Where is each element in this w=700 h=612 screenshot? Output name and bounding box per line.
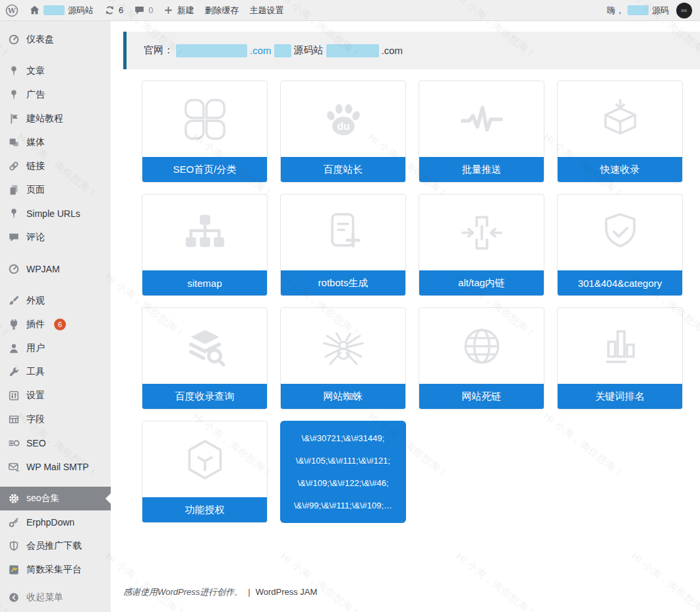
card-label[interactable]: rotbots生成 [281,270,405,295]
comment-icon [8,231,20,243]
card-label[interactable]: 301&404&category [558,270,682,295]
gear-icon [8,493,20,505]
notice-redaction-1 [176,44,247,57]
sidebar-item-collapse-menu[interactable]: 收起菜单 [0,586,111,609]
sidebar-item-pages[interactable]: 页面 [0,178,111,202]
sidebar-item-comments[interactable]: 评论 [0,226,111,249]
pulse-icon [458,96,506,143]
card-quick-indexing[interactable]: 快速收录 [557,80,683,183]
user-avatar: uo [676,3,692,18]
card-baidu-index-query[interactable]: 百度收录查询 [142,307,268,410]
sidebar-item-seo-collection[interactable]: seo合集 [0,487,111,510]
card-label[interactable]: sitemap [142,270,267,295]
sidebar-item-tutorials[interactable]: 建站教程 [0,107,111,131]
sidebar-item-posts[interactable]: 文章 [0,59,111,83]
card-dead-links[interactable]: 网站死链 [419,307,544,410]
sidebar-item-jianshu-collector[interactable]: 简数采集平台 [0,558,111,582]
wordpress-logo-button[interactable]: W [0,0,24,21]
card-label[interactable]: 批量推送 [419,157,544,182]
updates-button[interactable]: 6 [99,0,129,21]
card-keyword-ranking[interactable]: 关键词排名 [557,307,683,410]
cube-icon [181,436,229,483]
sidebar-item-settings[interactable]: 设置 [0,384,111,408]
new-content-label: 新建 [177,5,194,16]
comment-icon [134,5,145,16]
card-seo-home-category[interactable]: SEO首页/分类 [142,80,268,183]
sidebar-item-erphpdown[interactable]: ErphpDown [0,510,111,534]
card-robots-generate[interactable]: rotbots生成 [280,194,406,296]
wordpress-logo-icon: W [5,4,18,17]
sidebar-item-wpjam[interactable]: WPJAM [0,257,111,281]
card-baidu-webmaster[interactable]: du 百度站长 [280,80,406,183]
plugin-icon [8,319,20,330]
site-name-label: 源码站 [68,5,94,16]
sidebar-item-wp-mail-smtp[interactable]: WP Mail SMTP [0,455,111,479]
plus-icon [163,5,173,15]
site-name-link[interactable]: 源码站 [24,0,99,21]
pushpin-icon [8,89,20,101]
sidebar-item-users[interactable]: 用户 [0,336,111,360]
updates-count: 6 [119,5,123,15]
svg-text:W: W [7,6,16,14]
sidebar-item-tools[interactable]: 工具 [0,360,111,384]
link-icon [8,160,20,172]
card-label[interactable]: 快速收录 [558,157,682,182]
sidebar-item-member-download[interactable]: 会员推广下载 [0,534,111,558]
sidebar-item-plugins[interactable]: 插件 6 [0,313,111,336]
notice-redaction-2 [274,44,291,57]
table-icon [8,413,20,425]
sidebar-item-appearance[interactable]: 外观 [0,289,111,313]
footer: 感谢使用WordPress进行创作。 | WordPress JAM [123,586,700,598]
card-label[interactable]: 百度收录查询 [142,384,267,409]
globe-icon [458,322,506,370]
card-label[interactable]: SEO首页/分类 [142,157,267,182]
notice-redaction-3 [326,44,379,57]
svg-text:du: du [337,120,349,131]
clear-cache-button[interactable]: 删除缓存 [199,0,244,21]
collapse-icon [8,592,20,603]
card-301-404-category[interactable]: 301&404&category [557,194,683,296]
entity-line: \&\#105;\&\#111;\&\#121; [283,456,403,466]
card-label[interactable]: 网站死链 [419,384,544,409]
footer-platform-text: WordPress JAM [256,587,318,597]
sidebar-item-dashboard[interactable]: 仪表盘 [0,28,111,51]
sidebar-item-links[interactable]: 链接 [0,154,111,178]
notice-prefix: 官网： [144,44,173,57]
footer-thanks-text: 感谢使用WordPress进行创作。 [123,586,243,598]
theme-settings-button[interactable]: 主题设置 [244,0,289,21]
notice-middle-text: 源码站 [294,44,324,57]
seo-lines-icon [8,437,20,449]
sidebar-item-ads[interactable]: 广告 [0,83,111,107]
card-site-spider[interactable]: 网站蜘蛛 [280,307,406,410]
card-label[interactable]: 网站蜘蛛 [281,384,405,409]
card-sitemap[interactable]: sitemap [142,194,268,296]
card-feature-authorization[interactable]: 功能授权 [142,421,268,523]
entity-line: \&\#99;\&\#111;\&\#109;… [283,501,403,510]
card-alt-tag-internal-links[interactable]: alt/tag内链 [419,194,544,296]
footer-divider: | [248,587,250,597]
spider-icon [320,322,367,370]
sidebar-item-seo[interactable]: SEO [0,431,111,455]
key-icon [8,516,20,528]
my-account-button[interactable]: 嗨， 源码 uo [602,0,700,21]
sitemap-icon [181,209,229,257]
sidebar-item-simple-urls[interactable]: Simple URLs [0,202,111,226]
card-entity-code[interactable]: \&\#30721;\&\#31449; \&\#105;\&\#111;\&\… [280,421,406,523]
card-label[interactable]: 功能授权 [142,497,267,522]
greeting-prefix: 嗨， [607,5,624,16]
clear-cache-label: 删除缓存 [204,5,239,16]
notice-link-suffix[interactable]: .com [250,45,272,56]
new-content-button[interactable]: 新建 [158,0,199,21]
card-batch-push[interactable]: 批量推送 [419,80,544,183]
sidebar-item-media[interactable]: 媒体 [0,131,111,154]
card-label[interactable]: 百度站长 [281,157,405,182]
card-label[interactable]: 关键词排名 [558,384,682,409]
document-plus-icon [320,209,367,257]
official-site-notice: 官网： .com 源码站 .com [123,32,700,69]
greeting-redaction [627,5,649,15]
comments-button[interactable]: 0 [129,0,158,21]
sidebar-item-fields[interactable]: 字段 [0,408,111,431]
flag-icon [8,113,20,125]
card-label[interactable]: alt/tag内链 [419,270,544,295]
home-icon [29,5,40,16]
